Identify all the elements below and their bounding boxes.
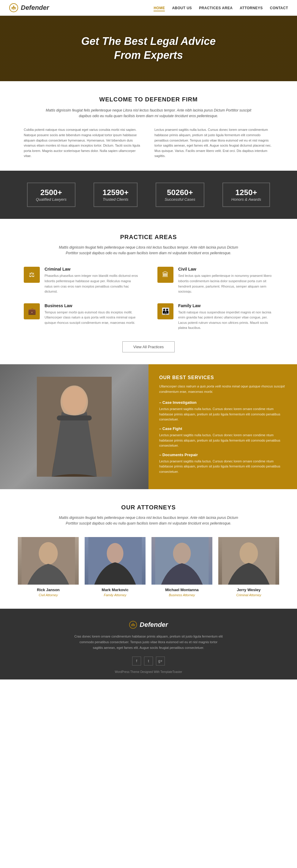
nav-links: HOME ABOUT US PRACTICES AREA ATTORNEYS C… <box>154 5 288 10</box>
attorneys-section: OUR ATTORNEYS Mattis dignissim feugiat f… <box>0 489 297 609</box>
attorney-grid: Rick Janson Civil Attorney Mark Markovic… <box>18 537 279 597</box>
attorney-photo-rick <box>18 537 79 585</box>
svg-point-9 <box>39 542 58 565</box>
criminal-text: Criminal Law Phasellus phasellus sem int… <box>44 267 140 294</box>
footer-credit: WordPress Theme Designed With TemplateTo… <box>18 670 279 674</box>
service-documents: – Documents Prepair Lectus praesent sagi… <box>159 453 286 474</box>
attorneys-subtitle: Mattis dignissim feugiat felis pellentes… <box>54 515 243 526</box>
logo-text: Defender <box>21 4 49 11</box>
attorney-card-mark: Mark Markovic Family Attorney <box>85 537 145 597</box>
practice-civil: 🏛 Civil Law Sed lectus quis sapien pelle… <box>157 267 273 294</box>
practice-grid: ⚖ Criminal Law Phasellus phasellus sem i… <box>24 267 273 331</box>
services-section: OUR BEST SERVICES Ullamcorper class natr… <box>0 364 297 489</box>
attorney-role-jerry: Criminal Attorney <box>218 593 279 597</box>
attorneys-heading: OUR ATTORNEYS <box>18 504 279 511</box>
view-all-button[interactable]: View All Practices <box>122 341 175 352</box>
practice-areas-section: PRACTICE AREAS Mattis dignissim feugiat … <box>0 219 297 364</box>
civil-icon-box: 🏛 <box>157 267 173 283</box>
criminal-icon: ⚖ <box>29 271 35 279</box>
practice-criminal: ⚖ Criminal Law Phasellus phasellus sem i… <box>24 267 140 294</box>
nav-about[interactable]: ABOUT US <box>172 6 192 10</box>
stat-cases: 50260+ Successful Cases <box>156 183 204 207</box>
attorney-card-michael: Michael Montanna Business Attorney <box>152 537 212 597</box>
social-facebook[interactable]: f <box>132 657 141 665</box>
footer-logo-icon <box>129 621 137 629</box>
welcome-subtitle: Mattis dignissim feugiat felis pellentes… <box>44 107 253 119</box>
navbar: Defender HOME ABOUT US PRACTICES AREA AT… <box>0 0 297 16</box>
attorney-name-mark: Mark Markovic <box>85 588 145 592</box>
services-heading: OUR BEST SERVICES <box>159 375 286 380</box>
services-intro: Ullamcorper class natrum a quis porta ve… <box>159 384 286 394</box>
attorney-role-rick: Civil Attorney <box>18 593 79 597</box>
service-fight: – Case Fight Lectus praesent sagittis nu… <box>159 426 286 448</box>
hero-heading: Get The Best Legal Advice From Experts <box>81 34 216 62</box>
svg-point-15 <box>240 542 258 564</box>
attorney-name-jerry: Jerry Wesley <box>218 588 279 592</box>
practice-business: 💼 Business Law Tempus semper morbi quis … <box>24 303 140 331</box>
welcome-heading: WELCOME TO DEFENDER FIRM <box>24 96 273 103</box>
nav-home[interactable]: HOME <box>154 6 165 11</box>
services-image-placeholder <box>0 364 148 489</box>
attorney-name-michael: Michael Montanna <box>152 588 212 592</box>
svg-point-13 <box>173 543 191 564</box>
stat-awards: 1250+ Honors & Awards <box>223 183 270 207</box>
welcome-col2: Lectus praesent sagittis nulla luctus. C… <box>155 127 273 159</box>
attorney-photo-mark <box>85 537 145 585</box>
stat-clients: 12590+ Trusted Clients <box>94 183 137 207</box>
stat-lawyers: 2500+ Qualified Lawyers <box>27 183 75 207</box>
service-investigation: – Case Investigation Lectus praesent sag… <box>159 400 286 422</box>
business-icon-box: 💼 <box>24 303 40 319</box>
logo-icon <box>9 3 19 12</box>
family-icon: 👪 <box>162 307 170 315</box>
services-image <box>0 364 148 489</box>
social-google[interactable]: g+ <box>156 657 165 665</box>
nav-attorneys[interactable]: ATTORNEYS <box>240 6 263 10</box>
family-icon-box: 👪 <box>157 303 173 319</box>
business-icon: 💼 <box>28 307 36 315</box>
welcome-section: WELCOME TO DEFENDER FIRM Mattis dignissi… <box>0 81 297 171</box>
social-twitter[interactable]: t <box>144 657 153 665</box>
footer: Defender Cras donec lorem ornare condime… <box>0 609 297 679</box>
social-icons: f t g+ <box>18 657 279 665</box>
civil-icon: 🏛 <box>162 271 169 279</box>
footer-logo: Defender <box>18 621 279 629</box>
services-content: OUR BEST SERVICES Ullamcorper class natr… <box>148 364 297 489</box>
attorney-role-michael: Business Attorney <box>152 593 212 597</box>
attorney-card-jerry: Jerry Wesley Criminal Attorney <box>218 537 279 597</box>
practice-heading: PRACTICE AREAS <box>24 234 273 241</box>
attorney-photo-michael <box>152 537 212 585</box>
stats-section: 2500+ Qualified Lawyers 12590+ Trusted C… <box>0 171 297 219</box>
welcome-columns: Cubilia potenti natoque risus consequat … <box>24 127 273 159</box>
practice-family: 👪 Family Law Taciti natoque risus suspen… <box>157 303 273 331</box>
nav-contact[interactable]: CONTACT <box>270 6 288 10</box>
attorney-role-mark: Family Attorney <box>85 593 145 597</box>
hero-section: Get The Best Legal Advice From Experts <box>0 16 297 81</box>
attorney-photo-jerry <box>218 537 279 585</box>
attorney-card-rick: Rick Janson Civil Attorney <box>18 537 79 597</box>
svg-point-6 <box>62 387 87 414</box>
svg-rect-7 <box>57 415 92 421</box>
footer-logo-text: Defender <box>140 621 168 629</box>
practice-subtitle: Mattis dignissim feugiat felis pellentes… <box>54 245 243 256</box>
criminal-icon-box: ⚖ <box>24 267 40 283</box>
nav-practices[interactable]: PRACTICES AREA <box>199 6 233 10</box>
welcome-col1: Cubilia potenti natoque risus consequat … <box>24 127 142 159</box>
business-text: Business Law Tempus semper morbi quis eu… <box>44 303 140 326</box>
svg-point-11 <box>107 543 124 564</box>
footer-description: Cras donec lorem ornare condimentum habi… <box>74 634 223 650</box>
logo[interactable]: Defender <box>9 3 49 12</box>
family-text: Family Law Taciti natoque risus suspendi… <box>178 303 273 331</box>
civil-text: Civil Law Sed lectus quis sapien pellent… <box>178 267 273 294</box>
attorney-name-rick: Rick Janson <box>18 588 79 592</box>
